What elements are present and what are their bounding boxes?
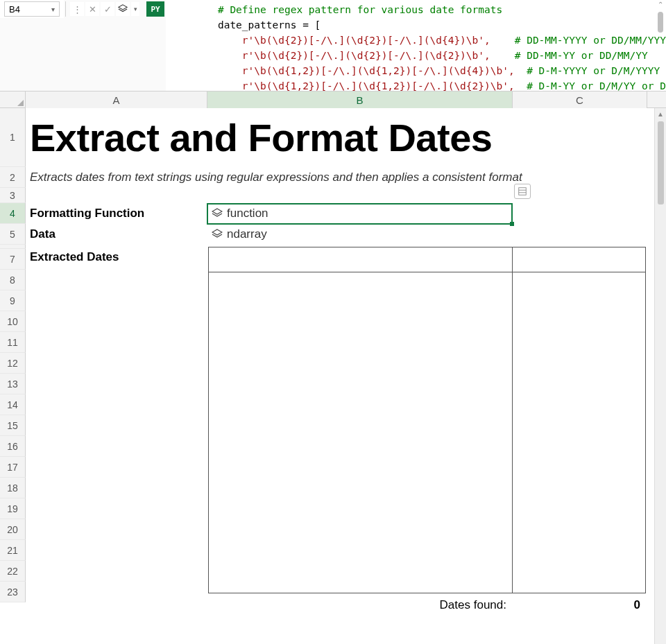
row-header[interactable]: 22 — [0, 561, 26, 582]
column-label: C — [576, 94, 583, 106]
row-header[interactable]: 2 — [0, 167, 26, 188]
cell-A4[interactable]: Formatting Function — [26, 203, 207, 224]
name-box[interactable]: B4 ▾ — [4, 1, 60, 17]
more-icon[interactable]: ⋮ — [70, 2, 84, 16]
name-box-container: B4 ▾ — [0, 0, 64, 18]
table-header-cell[interactable] — [209, 247, 513, 272]
object-icon — [212, 208, 223, 219]
row-header[interactable]: 1 — [0, 108, 26, 167]
cell[interactable] — [26, 270, 207, 290]
cell-A5[interactable]: Data — [26, 224, 207, 245]
column-header-C[interactable]: C — [513, 92, 647, 108]
cell[interactable] — [26, 290, 207, 311]
row-header[interactable]: 5 — [0, 224, 26, 245]
row-header[interactable]: 23 — [0, 582, 26, 602]
select-all-corner[interactable] — [0, 92, 26, 108]
subtitle: Extracts dates from text strings using r… — [30, 171, 522, 184]
scroll-thumb[interactable] — [658, 12, 663, 33]
table-body-cell[interactable] — [513, 272, 645, 593]
table-header-row — [209, 247, 645, 272]
python-badge[interactable]: PY — [146, 1, 164, 17]
cancel-icon[interactable]: ✕ — [85, 2, 99, 16]
column-headers: A B C — [0, 92, 666, 108]
table-header-cell[interactable] — [513, 247, 645, 272]
row-header[interactable]: 21 — [0, 540, 26, 561]
vertical-scrollbar[interactable]: ▲ — [654, 108, 666, 644]
cell-value: ndarray — [227, 227, 267, 241]
cell[interactable] — [26, 582, 207, 602]
cell[interactable] — [26, 436, 207, 457]
cell[interactable] — [26, 332, 207, 353]
grid[interactable]: 1 Extract and Format Dates 2 Extracts da… — [0, 108, 666, 644]
footer-row: Dates found: 0 — [208, 595, 646, 615]
cell-C5[interactable] — [513, 224, 647, 245]
cell-B5[interactable]: ndarray — [207, 224, 513, 245]
row-header[interactable]: 7 — [0, 249, 26, 270]
name-box-value: B4 — [9, 4, 20, 15]
column-label: B — [356, 94, 363, 106]
label: Data — [30, 227, 56, 241]
cell[interactable] — [26, 561, 207, 582]
cell[interactable] — [26, 394, 207, 415]
label: Extracted Dates — [30, 250, 119, 264]
row-header[interactable]: 10 — [0, 311, 26, 332]
row-header[interactable]: 8 — [0, 270, 26, 290]
row-header[interactable]: 3 — [0, 188, 26, 203]
row: 4 Formatting Function function — [0, 203, 666, 224]
table-body — [209, 272, 645, 593]
row-header[interactable]: 19 — [0, 498, 26, 519]
scroll-up-icon[interactable]: ⌃ — [655, 1, 665, 10]
accept-icon[interactable]: ✓ — [101, 2, 114, 16]
row: 5 Data ndarray — [0, 224, 666, 245]
cell[interactable] — [26, 374, 207, 394]
object-icon — [212, 229, 223, 240]
chevron-down-icon[interactable]: ▾ — [131, 2, 139, 16]
row-header[interactable]: 14 — [0, 394, 26, 415]
column-header-A[interactable]: A — [26, 92, 207, 108]
page-title: Extract and Format Dates — [30, 115, 492, 160]
footer-value: 0 — [512, 598, 646, 612]
scroll-thumb[interactable] — [658, 121, 664, 204]
chevron-down-icon: ▾ — [51, 6, 55, 13]
cell-A3[interactable] — [26, 188, 207, 203]
row-header[interactable]: 15 — [0, 415, 26, 436]
cell-C4[interactable] — [513, 203, 647, 224]
object-output-icon[interactable] — [116, 2, 130, 16]
sheet-area: A B C 1 Extract and Format Dates 2 Extra… — [0, 92, 666, 644]
cell-A2[interactable]: Extracts dates from text strings using r… — [26, 167, 207, 188]
cell[interactable] — [26, 457, 207, 478]
table-body-cell[interactable] — [209, 272, 513, 593]
cell-B4[interactable]: function — [207, 203, 513, 224]
row: 2 Extracts dates from text strings using… — [0, 167, 666, 188]
row-header[interactable]: 20 — [0, 519, 26, 540]
data-table — [208, 247, 646, 593]
label: Formatting Function — [30, 207, 144, 220]
row-header[interactable]: 16 — [0, 436, 26, 457]
cell[interactable] — [26, 519, 207, 540]
row-header[interactable]: 17 — [0, 457, 26, 478]
column-label: A — [112, 94, 119, 106]
row-header[interactable]: 11 — [0, 332, 26, 353]
cell[interactable] — [26, 415, 207, 436]
row-header[interactable]: 9 — [0, 290, 26, 311]
row-header[interactable]: 18 — [0, 478, 26, 498]
cell-value: function — [227, 207, 268, 220]
row-header[interactable]: 4 — [0, 203, 26, 224]
cell[interactable] — [26, 498, 207, 519]
cell[interactable] — [26, 353, 207, 374]
code-editor[interactable]: # Define regex pattern for various date … — [166, 0, 666, 91]
row-header[interactable]: 13 — [0, 374, 26, 394]
row-header[interactable]: 12 — [0, 353, 26, 374]
insert-options-icon[interactable] — [514, 184, 531, 199]
separator — [65, 1, 66, 17]
scroll-up-icon[interactable]: ▲ — [655, 108, 666, 120]
column-header-B[interactable]: B — [207, 92, 513, 108]
cell-A1[interactable]: Extract and Format Dates — [26, 108, 207, 167]
cell[interactable] — [26, 478, 207, 498]
svg-rect-0 — [519, 188, 527, 195]
cell[interactable] — [26, 540, 207, 561]
footer-label: Dates found: — [208, 598, 512, 612]
cell[interactable] — [26, 311, 207, 332]
row: 1 Extract and Format Dates — [0, 108, 666, 167]
cell-A7[interactable]: Extracted Dates — [26, 249, 207, 270]
